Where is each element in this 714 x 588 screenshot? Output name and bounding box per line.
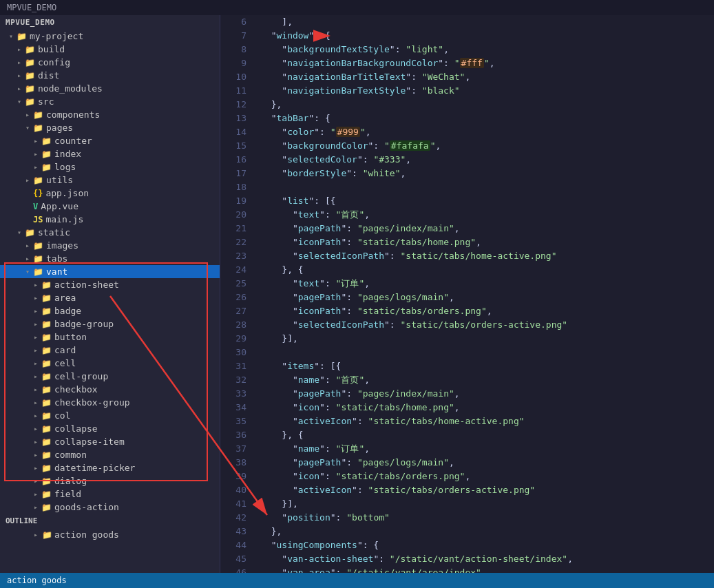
sidebar-item-label: main.js bbox=[45, 214, 83, 224]
arrow-icon bbox=[30, 412, 41, 419]
file-icon: 📁 bbox=[33, 254, 43, 264]
line-number: 44 bbox=[220, 538, 246, 552]
sidebar-item-App.vue[interactable]: VApp.vue bbox=[0, 200, 220, 213]
sidebar-item-label: checkbox bbox=[54, 384, 98, 395]
sidebar-item-checkbox-group[interactable]: 📁checkbox-group bbox=[0, 396, 220, 409]
sidebar-item-common[interactable]: 📁common bbox=[0, 448, 220, 461]
file-icon: 📁 bbox=[17, 32, 27, 41]
file-icon: V bbox=[33, 202, 38, 211]
arrow-icon bbox=[30, 359, 41, 367]
code-line: "color": "#999", bbox=[260, 125, 714, 139]
sidebar-item-collapse[interactable]: 📁collapse bbox=[0, 422, 220, 435]
outline-section: OUTLINE bbox=[0, 514, 220, 528]
line-number: 36 bbox=[220, 428, 246, 442]
arrow-icon bbox=[30, 464, 41, 472]
line-number: 34 bbox=[220, 401, 246, 414]
sidebar-item-badge-group[interactable]: 📁badge-group bbox=[0, 317, 220, 330]
code-line: "backgroundColor": "#fafafa", bbox=[260, 139, 714, 153]
file-icon: 📁 bbox=[41, 398, 52, 408]
line-number: 33 bbox=[220, 387, 246, 401]
sidebar-item-tabs[interactable]: 📁tabs bbox=[0, 252, 220, 265]
arrow-icon bbox=[30, 425, 41, 432]
file-icon: 📁 bbox=[41, 319, 52, 329]
titlebar: MPVUE_DEMO bbox=[0, 0, 714, 15]
bottombar-label: action goods bbox=[7, 576, 67, 585]
sidebar-item-config[interactable]: 📁config bbox=[0, 56, 220, 69]
code-line: "van-action-sheet": "/static/vant/action… bbox=[260, 552, 714, 566]
code-line: "iconPath": "static/tabs/orders.png", bbox=[260, 304, 714, 318]
arrow-icon bbox=[30, 294, 41, 302]
line-number: 18 bbox=[220, 180, 246, 194]
arrow-icon bbox=[30, 163, 41, 171]
code-line: "selectedIconPath": "static/tabs/orders-… bbox=[260, 318, 714, 332]
sidebar-item-logs[interactable]: 📁logs bbox=[0, 160, 220, 174]
arrow-icon bbox=[22, 242, 33, 249]
sidebar-item-dist[interactable]: 📁dist bbox=[0, 69, 220, 82]
code-line: "borderStyle": "white", bbox=[260, 167, 714, 180]
code-line: "iconPath": "static/tabs/home.png", bbox=[260, 235, 714, 249]
sidebar-item-action-sheet[interactable]: 📁action-sheet bbox=[0, 278, 220, 291]
sidebar-item-cell-group[interactable]: 📁cell-group bbox=[0, 370, 220, 383]
sidebar-item-vant[interactable]: 📁vant bbox=[0, 265, 220, 278]
code-line: "backgroundTextStyle": "light", bbox=[260, 43, 714, 56]
sidebar-item-counter[interactable]: 📁counter bbox=[0, 134, 220, 147]
sidebar-item-pages[interactable]: 📁pages bbox=[0, 121, 220, 134]
sidebar-item-components[interactable]: 📁components bbox=[0, 108, 220, 121]
arrow-icon bbox=[30, 451, 41, 459]
line-number: 10 bbox=[220, 70, 246, 84]
sidebar-item-build[interactable]: 📁build bbox=[0, 43, 220, 56]
sidebar-item-node_modules[interactable]: 📁node_modules bbox=[0, 82, 220, 95]
sidebar-item-src[interactable]: 📁src bbox=[0, 95, 220, 108]
code-line: "navigationBarTitleText": "WeChat", bbox=[260, 70, 714, 84]
sidebar-item-label: node_modules bbox=[38, 83, 103, 94]
line-number: 23 bbox=[220, 249, 246, 263]
sidebar-item-label: utils bbox=[46, 175, 73, 185]
sidebar-item-label: checkbox-group bbox=[54, 397, 130, 408]
arrow-icon bbox=[22, 268, 33, 275]
sidebar-item-dialog[interactable]: 📁dialog bbox=[0, 474, 220, 487]
arrow-icon bbox=[14, 59, 25, 66]
sidebar-item-area[interactable]: 📁area bbox=[0, 291, 220, 304]
line-number: 41 bbox=[220, 497, 246, 511]
line-number: 16 bbox=[220, 153, 246, 167]
file-icon: 📁 bbox=[41, 333, 52, 342]
sidebar-item-goods-action[interactable]: 📁goods-action bbox=[0, 501, 220, 514]
sidebar-item-app.json[interactable]: {}app.json bbox=[0, 187, 220, 200]
sidebar-item-label: field bbox=[54, 489, 81, 499]
sidebar-item-checkbox[interactable]: 📁checkbox bbox=[0, 383, 220, 396]
file-icon: 📁 bbox=[25, 45, 35, 54]
sidebar-item-card[interactable]: 📁card bbox=[0, 344, 220, 357]
sidebar-item-badge[interactable]: 📁badge bbox=[0, 304, 220, 317]
arrow-icon bbox=[30, 281, 41, 288]
sidebar-item-images[interactable]: 📁images bbox=[0, 239, 220, 252]
code-line: ], bbox=[260, 15, 714, 29]
file-icon: 📁 bbox=[41, 450, 52, 460]
outline-label: OUTLINE bbox=[6, 516, 37, 525]
sidebar-item-main.js[interactable]: JSmain.js bbox=[0, 213, 220, 226]
sidebar-item-datetime-picker[interactable]: 📁datetime-picker bbox=[0, 461, 220, 474]
sidebar-item-field[interactable]: 📁field bbox=[0, 487, 220, 501]
sidebar-item-label: card bbox=[54, 345, 76, 355]
arrow-icon bbox=[30, 307, 41, 315]
sidebar-item-button[interactable]: 📁button bbox=[0, 330, 220, 344]
sidebar-item-label: action-sheet bbox=[54, 280, 119, 290]
arrow-icon bbox=[30, 372, 41, 380]
file-icon: 📁 bbox=[33, 241, 43, 251]
arrow-icon bbox=[30, 346, 41, 354]
line-number: 21 bbox=[220, 222, 246, 235]
file-icon: 📁 bbox=[25, 97, 35, 107]
sidebar-item-static[interactable]: 📁static bbox=[0, 226, 220, 239]
sidebar-item-goods-action-bottom[interactable]: 📁 action goods bbox=[0, 528, 220, 541]
sidebar-item-utils[interactable]: 📁utils bbox=[0, 174, 220, 187]
sidebar-item-cell[interactable]: 📁cell bbox=[0, 357, 220, 370]
line-number: 35 bbox=[220, 414, 246, 428]
line-number: 14 bbox=[220, 125, 246, 139]
sidebar-item-col[interactable]: 📁col bbox=[0, 409, 220, 422]
sidebar-item-index[interactable]: 📁index bbox=[0, 147, 220, 160]
line-number: 29 bbox=[220, 332, 246, 346]
arrow-icon bbox=[6, 32, 17, 40]
sidebar-item-label: area bbox=[54, 293, 76, 303]
sidebar-item-my-project[interactable]: 📁my-project bbox=[0, 30, 220, 43]
file-icon: 📁 bbox=[41, 476, 52, 486]
sidebar-item-collapse-item[interactable]: 📁collapse-item bbox=[0, 435, 220, 448]
